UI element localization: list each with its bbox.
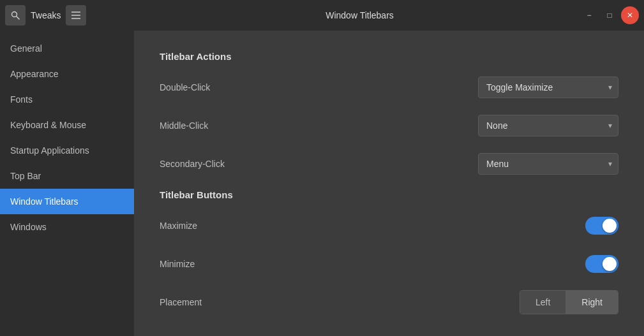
- titlebar: Tweaks Window Titlebars − □ ✕: [0, 0, 644, 31]
- maximize-row: Maximize: [160, 213, 618, 238]
- sidebar-item-top-bar[interactable]: Top Bar: [0, 163, 134, 189]
- middle-click-label: Middle-Click: [160, 121, 208, 131]
- placement-group: Left Right: [520, 290, 618, 314]
- middle-click-dropdown-wrapper: None Minimize Toggle Maximize Toggle Sha…: [478, 115, 618, 136]
- sidebar-item-windows[interactable]: Windows: [0, 214, 134, 240]
- middle-click-dropdown[interactable]: None Minimize Toggle Maximize Toggle Sha…: [478, 115, 618, 136]
- double-click-dropdown[interactable]: Toggle Maximize Toggle Shade Minimize No…: [478, 77, 618, 98]
- titlebar-buttons-heading: Titlebar Buttons: [160, 189, 618, 200]
- sidebar-item-window-titlebars[interactable]: Window Titlebars: [0, 189, 134, 214]
- app-title: Tweaks: [31, 10, 61, 20]
- menu-button[interactable]: [66, 5, 86, 26]
- sidebar-item-fonts[interactable]: Fonts: [0, 87, 134, 112]
- secondary-click-label: Secondary-Click: [160, 159, 225, 169]
- window-title: Window Titlebars: [139, 10, 580, 20]
- titlebar-left: Tweaks: [5, 5, 139, 26]
- sidebar-item-general[interactable]: General: [0, 36, 134, 61]
- placement-label: Placement: [160, 297, 202, 307]
- sidebar-item-appearance[interactable]: Appearance: [0, 61, 134, 87]
- minimize-toggle[interactable]: [585, 255, 618, 273]
- close-button[interactable]: ✕: [621, 6, 639, 24]
- titlebar-actions-heading: Titlebar Actions: [160, 51, 618, 62]
- minimize-row: Minimize: [160, 251, 618, 277]
- placement-row: Placement Left Right: [160, 289, 618, 315]
- middle-click-row: Middle-Click None Minimize Toggle Maximi…: [160, 113, 618, 138]
- minimize-button[interactable]: −: [580, 6, 598, 24]
- search-button[interactable]: [5, 5, 26, 26]
- maximize-button[interactable]: □: [601, 6, 618, 24]
- secondary-click-dropdown-wrapper: Menu None Toggle Maximize Minimize: [478, 153, 618, 175]
- svg-line-1: [17, 17, 19, 19]
- double-click-row: Double-Click Toggle Maximize Toggle Shad…: [160, 75, 618, 100]
- double-click-dropdown-wrapper: Toggle Maximize Toggle Shade Minimize No…: [478, 77, 618, 98]
- double-click-label: Double-Click: [160, 82, 210, 92]
- sidebar-item-startup-applications[interactable]: Startup Applications: [0, 138, 134, 163]
- window-controls: − □ ✕: [580, 6, 639, 24]
- maximize-toggle[interactable]: [585, 217, 618, 235]
- secondary-click-row: Secondary-Click Menu None Toggle Maximiz…: [160, 151, 618, 177]
- secondary-click-dropdown[interactable]: Menu None Toggle Maximize Minimize: [478, 153, 618, 175]
- sidebar: General Appearance Fonts Keyboard & Mous…: [0, 31, 134, 336]
- placement-right-button[interactable]: Right: [566, 291, 618, 314]
- minimize-label: Minimize: [160, 259, 195, 269]
- sidebar-item-keyboard-mouse[interactable]: Keyboard & Mouse: [0, 112, 134, 138]
- maximize-label: Maximize: [160, 221, 197, 231]
- main-layout: General Appearance Fonts Keyboard & Mous…: [0, 31, 644, 336]
- content-area: Titlebar Actions Double-Click Toggle Max…: [134, 31, 644, 336]
- placement-left-button[interactable]: Left: [520, 291, 566, 314]
